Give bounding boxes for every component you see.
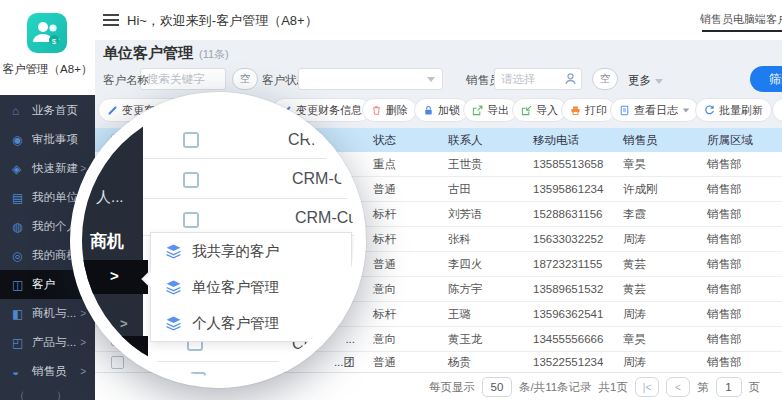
row-checkbox[interactable] <box>190 372 206 388</box>
tab-sales-pc-customer[interactable]: 销售员电脑端客户管理 <box>700 12 782 27</box>
approval-icon: ◉ <box>12 133 25 147</box>
sidebar-item-products-etc[interactable]: ◰ 产品与... > <box>0 328 95 357</box>
topbar: Hi~，欢迎来到-客户管理（A8+） 销售员电脑端客户管理 <box>95 0 782 40</box>
import-button[interactable]: 导入 <box>512 98 567 122</box>
chevron-right-icon: > <box>80 308 86 319</box>
lens-customer-name: CRM-Cu00 <box>295 209 366 227</box>
status-cell: 意向 <box>365 332 448 347</box>
unit-icon: ▤ <box>12 191 25 205</box>
lens-customer-name: CRM-Cu <box>292 170 354 188</box>
salesman-empty-toggle[interactable]: 空 <box>592 68 618 90</box>
col-sales-header: 销售员 <box>623 133 707 148</box>
trash-icon <box>371 105 382 116</box>
record-count: (11条) <box>199 48 229 60</box>
chevron-right-icon: > <box>120 316 128 331</box>
app-title: 客户管理（A8+） <box>0 62 95 77</box>
refresh-icon <box>704 105 715 116</box>
welcome-text: Hi~，欢迎来到-客户管理（A8+） <box>127 12 318 30</box>
status-cell: 重点 <box>365 157 448 172</box>
business-chart-icon: ◧ <box>12 307 25 321</box>
layers-icon <box>165 279 182 296</box>
status-cell: 意向 <box>365 282 448 297</box>
quick-new-icon: ◈ <box>12 162 25 176</box>
delete-button[interactable]: 删除 <box>362 98 417 122</box>
status-cell: 普通 <box>365 257 448 272</box>
salesman-icon: ◒ <box>12 365 25 379</box>
printer-icon <box>570 105 581 116</box>
lens-row-divider <box>143 198 366 199</box>
row-checkbox[interactable] <box>183 132 199 148</box>
app-logo-icon[interactable]: $ <box>27 13 67 53</box>
chevron-right-icon: > <box>110 267 119 284</box>
customer-name-label: 客户名称 <box>103 73 149 88</box>
sidebar-item-quick-new[interactable]: ◈ 快速新建 > <box>0 154 95 183</box>
export-button[interactable]: 导出 <box>463 98 518 122</box>
status-cell: 标杆 <box>365 307 448 322</box>
per-page-label: 每页显示 <box>429 380 475 395</box>
lens-customer-name: CR... <box>288 131 324 149</box>
sidebar-item-business-home[interactable]: ⌂ 业务首页 <box>0 96 95 125</box>
col-mobile-header: 移动电话 <box>533 133 623 148</box>
product-icon: ◰ <box>12 336 25 350</box>
logo-area: $ 客户管理（A8+） <box>0 0 95 95</box>
lock-icon <box>423 105 434 116</box>
lens-active-menu-row: > <box>82 260 148 294</box>
more-filters-link[interactable]: 更多 <box>628 73 663 88</box>
submenu-item-personal-customer-mgmt[interactable]: 个人客户管理 <box>151 305 351 341</box>
customer-status-select[interactable] <box>298 68 443 90</box>
page-title: 单位客户管理(11条) <box>103 44 229 63</box>
search-filter-button[interactable]: 筛选 <box>750 66 782 92</box>
row-checkbox[interactable] <box>183 212 199 228</box>
lens-sidebar-fragment: 人... <box>96 188 124 207</box>
row-checkbox[interactable] <box>111 356 124 369</box>
sidebar-item-salesman[interactable]: ◒ 销售员 > <box>0 357 95 386</box>
magnifier-lens: 人... 商机 > > > CR... CRM-Cu CRM-Cu00 00 C… <box>70 92 366 388</box>
view-log-button[interactable]: 查看日志 <box>610 98 699 122</box>
first-page-button[interactable]: |< <box>635 377 659 397</box>
customer-submenu-popup: 我共享的客户 单位客户管理 个人客户管理 <box>150 232 352 342</box>
batch-refresh-button[interactable]: 批量刷新 <box>695 98 772 122</box>
customer-name-input[interactable] <box>140 68 226 90</box>
chevron-down-icon <box>683 108 689 112</box>
svg-text:$: $ <box>52 37 57 46</box>
lens-row-divider <box>143 158 366 159</box>
chevron-down-icon <box>655 79 663 84</box>
layers-icon <box>165 243 182 260</box>
status-cell: 普通 <box>365 182 448 197</box>
status-cell: 普通 <box>365 355 448 370</box>
page-prefix: 第 <box>697 380 709 395</box>
prev-page-button[interactable]: < <box>666 377 690 397</box>
submenu-item-unit-customer-mgmt[interactable]: 单位客户管理 <box>151 269 351 305</box>
status-cell: 标杆 <box>365 232 448 247</box>
person-icon <box>564 72 577 85</box>
row-checkbox[interactable] <box>183 172 199 188</box>
chevron-right-icon: > <box>80 366 86 377</box>
sidebar-item-approvals[interactable]: ◉ 审批事项 <box>0 125 95 154</box>
submenu-item-shared-customers[interactable]: 我共享的客户 <box>151 233 351 269</box>
people-icon: $ <box>27 13 67 53</box>
layers-icon <box>165 315 182 332</box>
menu-hamburger-icon[interactable] <box>103 14 119 26</box>
personal-icon: ◍ <box>12 220 25 234</box>
opportunity-icon: ◎ <box>12 249 25 263</box>
sidebar-footer-fragment: （ ） <box>0 388 95 400</box>
sidebar-item-opportunity-etc[interactable]: ◧ 商机与... > <box>0 299 95 328</box>
edit-icon <box>107 105 118 116</box>
name-empty-toggle[interactable]: 空 <box>232 68 258 90</box>
chevron-down-icon <box>427 77 435 82</box>
export-icon <box>472 105 483 116</box>
page-suffix: 页 <box>749 380 761 395</box>
col-region-header: 所属区域 <box>707 133 782 148</box>
active-tab-underline <box>702 30 782 32</box>
total-pages-label: 共1页 <box>599 380 628 395</box>
chevron-right-icon: > <box>80 337 86 348</box>
per-page-input[interactable] <box>482 377 512 397</box>
col-status-header: 状态 <box>365 133 448 148</box>
home-icon: ⌂ <box>12 104 25 118</box>
import-icon <box>521 105 532 116</box>
print-button[interactable]: 打印 <box>561 98 616 122</box>
lens-sidebar-fragment: 商机 <box>90 230 124 253</box>
page-number-input[interactable] <box>716 377 742 397</box>
status-cell: 标杆 <box>365 207 448 222</box>
lock-button[interactable]: 加锁 <box>414 98 469 122</box>
